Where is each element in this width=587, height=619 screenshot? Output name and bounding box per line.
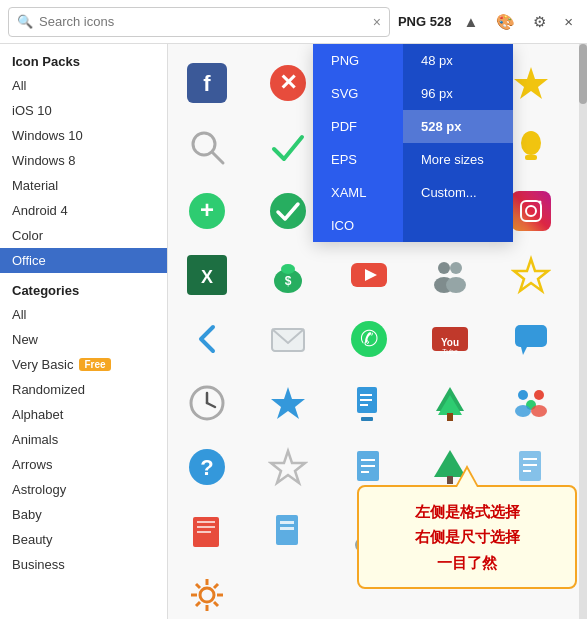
sidebar-item-all-cat[interactable]: All [0,302,167,327]
icon-facebook[interactable]: f [176,52,238,114]
sidebar-item-label: Windows 8 [12,153,76,168]
size-528[interactable]: 528 px [403,110,513,143]
sidebar-item-all-packs[interactable]: All [0,73,167,98]
icon-clock[interactable] [176,372,238,434]
sidebar-item-business[interactable]: Business [0,552,167,577]
sidebar-item-astrology[interactable]: Astrology [0,477,167,502]
sidebar-item-label: Arrows [12,457,52,472]
size-dropdown-column: 48 px 96 px 528 px More sizes Custom... [403,44,513,242]
format-svg[interactable]: SVG [313,77,403,110]
svg-text:You: You [441,337,459,348]
icon-book-red[interactable] [176,500,238,562]
icon-money-bag[interactable]: $ [257,244,319,306]
sidebar-item-beauty[interactable]: Beauty [0,527,167,552]
svg-rect-77 [197,531,211,533]
sidebar-item-randomized[interactable]: Randomized [0,377,167,402]
sidebar-item-label: Material [12,178,58,193]
sidebar-item-animals[interactable]: Animals [0,427,167,452]
sidebar-item-office[interactable]: Office [0,248,167,273]
svg-text:$: $ [285,274,292,288]
format-pdf[interactable]: PDF [313,110,403,143]
icon-youtube2[interactable]: YouTube [419,308,481,370]
size-48[interactable]: 48 px [403,44,513,77]
format-eps[interactable]: EPS [313,143,403,176]
icon-tree[interactable] [419,372,481,434]
svg-rect-49 [361,417,373,421]
png-format-label: PNG 528 [398,14,451,29]
icon-mail[interactable] [257,308,319,370]
sidebar-item-label: Randomized [12,382,85,397]
icon-people[interactable] [419,244,481,306]
icon-search-grey[interactable] [176,116,238,178]
color-button[interactable]: 🎨 [490,9,521,35]
sidebar-item-new[interactable]: New [0,327,167,352]
icon-excel[interactable]: X [176,244,238,306]
format-xaml[interactable]: XAML [313,176,403,209]
sidebar-item-win10[interactable]: Windows 10 [0,123,167,148]
svg-marker-43 [521,347,527,355]
scrollbar-thumb[interactable] [579,44,587,104]
close-button[interactable]: × [558,9,579,34]
sidebar-item-arrows[interactable]: Arrows [0,452,167,477]
format-ico[interactable]: ICO [313,209,403,242]
search-input[interactable]: Search icons [39,14,373,29]
sidebar-item-material[interactable]: Material [0,173,167,198]
sidebar-item-label: Business [12,557,65,572]
sidebar-item-very-basic[interactable]: Very Basic Free [0,352,167,377]
sidebar-item-win8[interactable]: Windows 8 [0,148,167,173]
search-box[interactable]: 🔍 Search icons × [8,7,390,37]
svg-point-60 [531,405,547,417]
size-custom[interactable]: Custom... [403,176,513,209]
sidebar-item-baby[interactable]: Baby [0,502,167,527]
png-dropdown-button[interactable]: ▲ [457,9,484,34]
icon-youtube[interactable] [338,244,400,306]
svg-text:X: X [201,267,213,287]
scrollbar[interactable] [579,44,587,619]
sidebar-item-label: Windows 10 [12,128,83,143]
icon-check-circle-green[interactable] [257,180,319,242]
sidebar-item-label: Office [12,253,46,268]
size-96[interactable]: 96 px [403,77,513,110]
svg-marker-63 [271,451,305,483]
icon-star-outline2[interactable] [257,436,319,498]
icon-add-green[interactable]: + [176,180,238,242]
icon-settings-orange[interactable] [176,564,238,619]
search-clear-icon[interactable]: × [373,14,381,30]
svg-line-9 [212,152,223,163]
sidebar-item-label: Animals [12,432,58,447]
icon-star-outline[interactable] [500,244,562,306]
icon-whatsapp[interactable]: ✆ [338,308,400,370]
icon-star-blue[interactable] [257,372,319,434]
sidebar-item-alphabet[interactable]: Alphabet [0,402,167,427]
icon-help-blue[interactable]: ? [176,436,238,498]
size-more[interactable]: More sizes [403,143,513,176]
svg-point-27 [281,264,295,274]
sidebar-item-label: Beauty [12,532,52,547]
svg-rect-14 [525,155,537,160]
icon-doc-blue[interactable] [338,372,400,434]
svg-text:Tube: Tube [442,348,458,355]
sidebar-item-label: Astrology [12,482,66,497]
format-dropdown: PNG SVG PDF EPS XAML ICO 48 px 96 px 528… [313,44,513,242]
sidebar-item-label: Alphabet [12,407,63,422]
icon-area: f ✕ 🐦 ! [168,44,587,619]
icon-people2[interactable] [500,372,562,434]
annotation-box: 左侧是格式选择 右侧是尺寸选择 一目了然 [357,485,577,590]
svg-text:?: ? [200,455,213,480]
svg-point-56 [518,390,528,400]
icon-close-red[interactable]: ✕ [257,52,319,114]
sidebar-item-ios10[interactable]: iOS 10 [0,98,167,123]
sidebar-item-label: iOS 10 [12,103,52,118]
svg-line-96 [214,602,218,606]
settings-button[interactable]: ⚙ [527,9,552,35]
top-bar: 🔍 Search icons × PNG 528 ▲ 🎨 ⚙ × [0,0,587,44]
format-png[interactable]: PNG [313,44,403,77]
sidebar-item-android4[interactable]: Android 4 [0,198,167,223]
sidebar-item-color[interactable]: Color [0,223,167,248]
icon-check-green[interactable] [257,116,319,178]
icon-back-arrow[interactable] [176,308,238,370]
icon-doc-blue2[interactable] [257,500,319,562]
icon-chat-blue[interactable] [500,308,562,370]
svg-point-34 [446,277,466,293]
main-layout: Icon Packs All iOS 10 Windows 10 Windows… [0,44,587,619]
